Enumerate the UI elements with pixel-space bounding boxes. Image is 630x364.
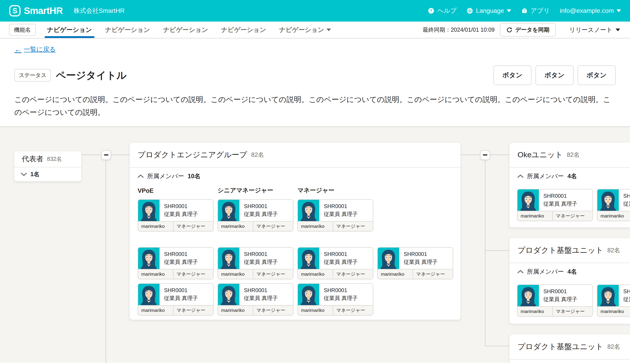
employee-username: marimariko (138, 306, 174, 315)
employee-code: SHR0001 (544, 193, 577, 199)
employee-username: marimariko (598, 307, 630, 316)
employee-card-footer: marimariko マネージャー (298, 221, 373, 231)
employee-card[interactable]: SHR0001 従業員 真理子 marimariko マネージャー (138, 199, 214, 231)
collapse-button-left[interactable] (101, 150, 111, 160)
sync-data-button[interactable]: データを同期 (500, 23, 556, 37)
employee-card[interactable]: SHR0001 従業員 真理子 marimariko マネージャー (597, 189, 630, 221)
help-link[interactable]: ? ヘルプ (428, 6, 456, 15)
employee-card[interactable]: SHR0001 従業員 真理子 marimariko マネージャー (218, 247, 294, 279)
employee-role: マネージャー (174, 221, 213, 231)
smarthr-logo-icon: S (9, 5, 21, 17)
employee-role: マネージャー (333, 269, 373, 279)
chevron-up-icon (138, 174, 144, 178)
employee-role: マネージャー (413, 269, 453, 279)
employee-card-top: SHR0001 従業員 真理子 (218, 248, 293, 269)
root-node-expand-row[interactable]: 1名 (14, 167, 82, 181)
org-group-side-2: プロダクト基盤ユニット 82名 所属メンバー 4名 (509, 238, 630, 324)
back-link-label: 一覧に戻る (24, 45, 56, 54)
nav-tab-label: ナビゲーション (105, 26, 150, 34)
smarthr-logo[interactable]: S SmartHR (9, 5, 63, 17)
briefcase-icon (521, 7, 528, 14)
employee-name: 従業員 真理子 (324, 211, 358, 217)
employee-info: SHR0001 従業員 真理子 (240, 200, 278, 221)
employee-info: SHR0001 従業員 真理子 (319, 248, 358, 269)
employee-card[interactable]: SHR0001 従業員 真理子 marimariko マネージャー (218, 283, 294, 316)
members-toggle[interactable]: 所属メンバー 4名 (510, 170, 630, 183)
employee-info: SHR0001 従業員 真理子 (619, 285, 630, 306)
connector-line (485, 346, 509, 346)
employee-role: マネージャー (333, 306, 373, 315)
connector-line (485, 250, 509, 251)
release-notes-menu[interactable]: リリースノート (562, 26, 630, 34)
nav-tab-1[interactable]: ナビゲーション (47, 21, 92, 38)
action-button-2[interactable]: ボタン (536, 65, 574, 85)
employee-card-footer: marimariko マネージャー (138, 221, 213, 231)
employee-name: 従業員 真理子 (324, 295, 358, 302)
title-row: ステータス ページタイトル ボタン ボタン ボタン (14, 65, 616, 85)
employee-role: マネージャー (553, 211, 593, 221)
employee-code: SHR0001 (164, 251, 198, 257)
employee-role: マネージャー (174, 269, 213, 279)
account-menu[interactable]: info@example.com (560, 7, 621, 14)
chevron-down-icon (616, 28, 620, 31)
page-title: ページタイトル (56, 69, 126, 82)
nav-tab-label: ナビゲーション (279, 26, 324, 34)
employee-code: SHR0001 (544, 288, 577, 295)
employee-card[interactable]: SHR0001 従業員 真理子 marimariko マネージャー (517, 284, 593, 317)
svg-text:?: ? (430, 8, 432, 13)
role-header: VPoE (138, 186, 214, 194)
nav-tab-2[interactable]: ナビゲーション (105, 21, 150, 38)
last-sync-label: 最終同期：2024/01/01 10:09 (422, 26, 494, 33)
employee-username: marimariko (298, 306, 333, 315)
member-card-row: SHR0001 従業員 真理子 marimariko マネージャー (130, 283, 460, 316)
globe-icon (466, 7, 473, 14)
employee-card[interactable]: SHR0001 従業員 真理子 marimariko マネージャー (597, 284, 630, 317)
employee-card[interactable]: SHR0001 従業員 真理子 marimariko マネージャー (298, 199, 373, 231)
employee-card-top: SHR0001 従業員 真理子 (138, 248, 213, 269)
collapse-button-right[interactable] (480, 150, 490, 160)
employee-info: SHR0001 従業員 真理子 (319, 200, 358, 221)
back-to-list-link[interactable]: ← 一覧に戻る (14, 45, 56, 54)
employee-username: marimariko (218, 221, 253, 231)
nav-tab-5[interactable]: ナビゲーション (279, 21, 331, 38)
employee-card[interactable]: SHR0001 従業員 真理子 marimariko マネージャー (218, 199, 294, 231)
nav-tab-4[interactable]: ナビゲーション (221, 21, 266, 38)
group-count: 82名 (567, 151, 580, 159)
employee-card[interactable]: SHR0001 従業員 真理子 marimariko マネージャー (298, 247, 373, 279)
employee-card[interactable]: SHR0001 従業員 真理子 marimariko マネージャー (138, 247, 214, 279)
employee-card-footer: marimariko マネージャー (598, 211, 630, 221)
connector-line (485, 160, 485, 346)
employee-avatar (598, 189, 619, 211)
employee-avatar (138, 284, 160, 305)
page-description: このページについての説明。このページについての説明。このページについての説明。こ… (14, 93, 616, 127)
language-menu[interactable]: Language (466, 7, 511, 14)
employee-card-top: SHR0001 従業員 真理子 (218, 284, 293, 305)
org-chart-canvas[interactable]: 代表者 832名 1名 プロダクトエンジニアグループ 82名 所属メンバー 10… (0, 127, 630, 363)
employee-username: marimariko (218, 306, 253, 315)
employee-username: marimariko (138, 269, 174, 279)
action-button-1[interactable]: ボタン (494, 65, 532, 85)
apps-link[interactable]: アプリ (521, 6, 550, 15)
action-button-3[interactable]: ボタン (578, 65, 616, 85)
employee-card[interactable]: SHR0001 従業員 真理子 marimariko マネージャー (377, 247, 453, 279)
employee-name: 従業員 真理子 (623, 201, 630, 207)
org-group-side-1: Okeユニット 82名 所属メンバー 4名 (509, 142, 630, 228)
role-header: マネージャー (298, 186, 373, 194)
employee-card-footer: marimariko マネージャー (218, 269, 293, 279)
employee-info: SHR0001 従業員 真理子 (619, 189, 630, 211)
members-label: 所属メンバー (527, 268, 564, 276)
members-toggle[interactable]: 所属メンバー 4名 (510, 265, 630, 278)
employee-card-footer: marimariko マネージャー (518, 306, 592, 316)
release-notes-label: リリースノート (569, 26, 612, 34)
org-node-root[interactable]: 代表者 832名 1名 (14, 151, 82, 182)
employee-card[interactable]: SHR0001 従業員 真理子 marimariko マネージャー (138, 283, 214, 316)
refresh-icon (506, 27, 512, 33)
nav-tab-3[interactable]: ナビゲーション (163, 21, 208, 38)
employee-card[interactable]: SHR0001 従業員 真理子 marimariko マネージャー (517, 189, 593, 221)
employee-role: マネージャー (553, 307, 593, 316)
employee-info: SHR0001 従業員 真理子 (160, 248, 198, 269)
members-toggle[interactable]: 所属メンバー 10名 (130, 170, 460, 183)
employee-avatar (218, 284, 240, 305)
employee-card[interactable]: SHR0001 従業員 真理子 marimariko マネージャー (298, 283, 373, 316)
group-header: プロダクトエンジニアグループ 82名 (130, 143, 460, 168)
